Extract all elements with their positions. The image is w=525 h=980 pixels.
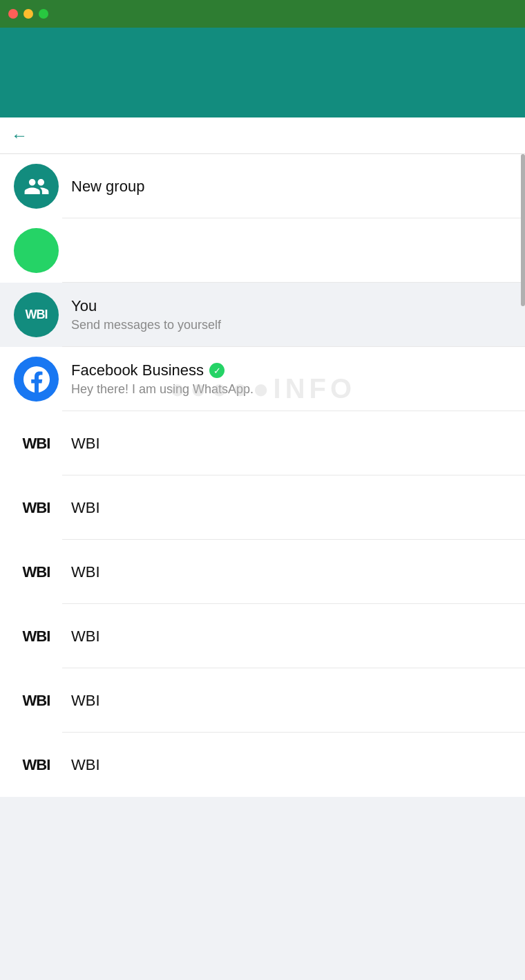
contact-info-wbi-3: WBI (71, 563, 511, 581)
contact-info-facebook-business: Facebook Business ✓ Hey there! I am usin… (71, 361, 511, 397)
search-bar: ← (0, 117, 525, 154)
contact-status-facebook-business: Hey there! I am using WhatsApp. (71, 382, 511, 397)
title-bar (0, 0, 525, 28)
verified-icon-facebook-business: ✓ (209, 363, 225, 378)
contact-name-wbi-1: WBI (71, 435, 511, 453)
contact-list-scroll: New group WBI You Send messages to yours… (0, 154, 525, 975)
search-input[interactable] (36, 128, 514, 144)
traffic-light-red[interactable] (8, 9, 18, 19)
scrollbar-thumb[interactable] (521, 154, 525, 306)
contact-info-wbi-4: WBI (71, 628, 511, 646)
contact-item-wbi-4[interactable]: WBI WBI (0, 604, 525, 668)
avatar-solid-green-circle (14, 228, 59, 273)
contact-status-you: Send messages to yourself (71, 318, 511, 332)
contact-name-wbi-5: WBI (71, 692, 511, 710)
avatar-facebook-business (14, 357, 59, 402)
contact-name-new-group: New group (71, 178, 511, 196)
contact-info-wbi-2: WBI (71, 499, 511, 517)
contact-item-solid-green-circle[interactable] (0, 218, 525, 283)
contact-info-wbi-1: WBI (71, 435, 511, 453)
contact-item-wbi-1[interactable]: WBI WBI (0, 411, 525, 475)
contact-item-wbi-2[interactable]: WBI WBI (0, 475, 525, 540)
contact-info-new-group: New group (71, 178, 511, 196)
contact-info-wbi-5: WBI (71, 692, 511, 710)
contact-item-new-group[interactable]: New group (0, 154, 525, 218)
scrollbar-track[interactable] (521, 154, 525, 975)
contact-item-facebook-business[interactable]: Facebook Business ✓ Hey there! I am usin… (0, 347, 525, 411)
contact-name-wbi-6: WBI (71, 756, 511, 774)
avatar-wbi-6: WBI (14, 742, 59, 787)
contact-name-wbi-2: WBI (71, 499, 511, 517)
contact-name-you: You (71, 297, 511, 315)
avatar-wbi-2: WBI (14, 485, 59, 530)
contact-list: New group WBI You Send messages to yours… (0, 154, 525, 797)
avatar-you: WBI (14, 292, 59, 337)
avatar-wbi-1: WBI (14, 421, 59, 466)
contact-item-wbi-5[interactable]: WBI WBI (0, 668, 525, 733)
contact-info-you: You Send messages to yourself (71, 297, 511, 332)
contact-item-wbi-6[interactable]: WBI WBI (0, 733, 525, 797)
avatar-new-group (14, 164, 59, 209)
traffic-light-yellow[interactable] (23, 9, 33, 19)
contact-name-wbi-3: WBI (71, 563, 511, 581)
traffic-light-green[interactable] (39, 9, 48, 19)
contact-name-facebook-business: Facebook Business ✓ (71, 361, 511, 379)
avatar-wbi-4: WBI (14, 614, 59, 659)
search-back-button[interactable]: ← (11, 126, 28, 145)
avatar-wbi-3: WBI (14, 549, 59, 594)
avatar-wbi-5: WBI (14, 678, 59, 723)
contact-info-wbi-6: WBI (71, 756, 511, 774)
contact-item-wbi-3[interactable]: WBI WBI (0, 540, 525, 604)
contact-name-wbi-4: WBI (71, 628, 511, 646)
header (0, 28, 525, 117)
contact-item-you[interactable]: WBI You Send messages to yourself (0, 283, 525, 347)
